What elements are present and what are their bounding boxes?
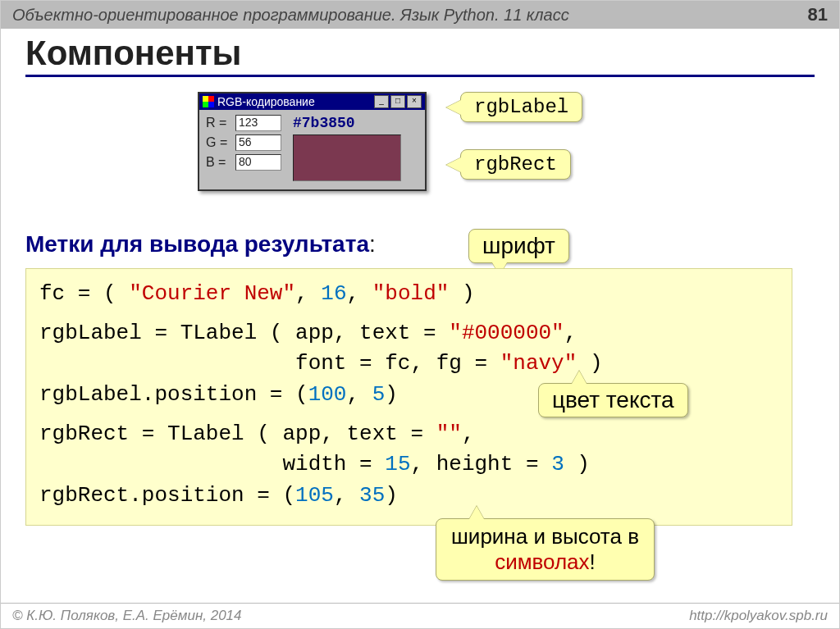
- callout-font: шрифт: [468, 229, 569, 263]
- page-number: 81: [808, 4, 828, 25]
- r-input[interactable]: 123: [235, 115, 281, 131]
- copyright: © К.Ю. Поляков, Е.А. Ерёмин, 2014: [12, 608, 242, 624]
- slide-footer: © К.Ю. Поляков, Е.А. Ерёмин, 2014 http:/…: [1, 603, 839, 628]
- app-body: R = 123 G = 56 B = 80 #7b3850: [199, 110, 425, 189]
- maximize-button[interactable]: □: [390, 95, 405, 108]
- g-label: G =: [206, 135, 235, 150]
- hex-label: #7b3850: [293, 115, 418, 131]
- callout-rgblabel: rgbLabel: [460, 92, 582, 122]
- color-swatch: [293, 134, 401, 181]
- slide: Объектно-ориентированное программировани…: [0, 0, 840, 629]
- close-button[interactable]: ×: [407, 95, 422, 108]
- callout-size: ширина и высота в символах!: [436, 518, 655, 581]
- course-title: Объектно-ориентированное программировани…: [12, 6, 569, 25]
- slide-title: Компоненты: [25, 34, 815, 73]
- tk-icon: [203, 96, 214, 107]
- callout-textcolor: цвет текста: [538, 383, 688, 417]
- r-label: R =: [206, 116, 235, 130]
- title-rule: [25, 75, 815, 77]
- app-title: RGB-кодирование: [217, 95, 315, 108]
- b-input[interactable]: 80: [235, 154, 281, 171]
- subheading: Метки для вывода результата:: [25, 231, 376, 258]
- slide-header: Объектно-ориентированное программировани…: [1, 1, 839, 29]
- footer-url: http://kpolyakov.spb.ru: [689, 608, 828, 624]
- app-titlebar: RGB-кодирование _ □ ×: [199, 93, 425, 110]
- b-label: B =: [206, 155, 235, 170]
- callout-rgbrect: rgbRect: [460, 149, 571, 180]
- g-input[interactable]: 56: [235, 134, 281, 151]
- minimize-button[interactable]: _: [374, 95, 389, 108]
- window-buttons: _ □ ×: [374, 95, 422, 108]
- app-window: RGB-кодирование _ □ × R = 123 G = 56: [198, 92, 427, 191]
